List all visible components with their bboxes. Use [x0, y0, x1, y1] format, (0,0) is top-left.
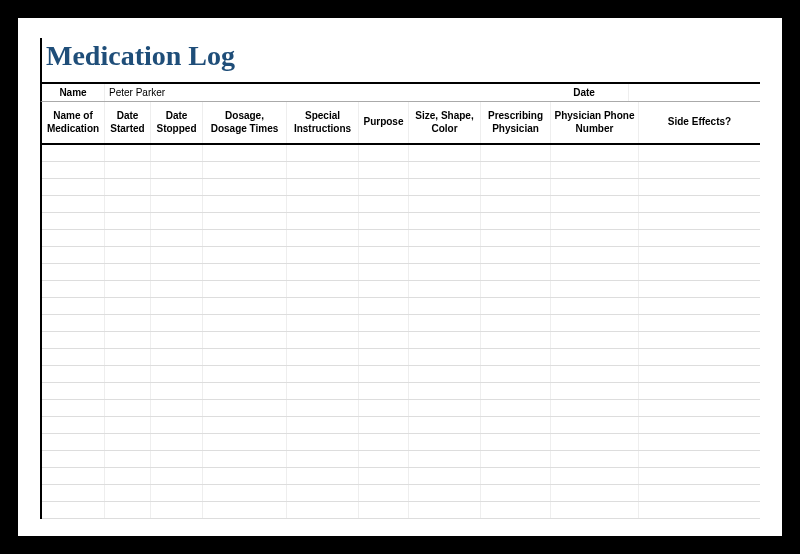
table-cell[interactable] [287, 230, 359, 246]
table-cell[interactable] [409, 349, 481, 365]
table-cell[interactable] [359, 264, 409, 280]
table-cell[interactable] [42, 502, 105, 518]
table-cell[interactable] [481, 400, 551, 416]
table-cell[interactable] [551, 230, 639, 246]
table-cell[interactable] [481, 213, 551, 229]
table-cell[interactable] [481, 366, 551, 382]
table-cell[interactable] [105, 264, 151, 280]
table-cell[interactable] [551, 366, 639, 382]
table-cell[interactable] [639, 468, 760, 484]
table-cell[interactable] [639, 434, 760, 450]
table-cell[interactable] [42, 451, 105, 467]
table-cell[interactable] [409, 332, 481, 348]
table-cell[interactable] [105, 298, 151, 314]
table-cell[interactable] [481, 179, 551, 195]
table-cell[interactable] [409, 468, 481, 484]
table-cell[interactable] [203, 383, 287, 399]
table-cell[interactable] [203, 417, 287, 433]
table-cell[interactable] [409, 230, 481, 246]
table-cell[interactable] [551, 213, 639, 229]
table-cell[interactable] [105, 179, 151, 195]
table-cell[interactable] [359, 298, 409, 314]
table-cell[interactable] [42, 247, 105, 263]
table-cell[interactable] [151, 213, 203, 229]
table-cell[interactable] [409, 298, 481, 314]
table-cell[interactable] [359, 247, 409, 263]
table-cell[interactable] [639, 196, 760, 212]
table-cell[interactable] [481, 468, 551, 484]
table-cell[interactable] [151, 485, 203, 501]
table-cell[interactable] [42, 434, 105, 450]
table-cell[interactable] [409, 145, 481, 161]
table-cell[interactable] [287, 247, 359, 263]
table-cell[interactable] [551, 417, 639, 433]
table-cell[interactable] [639, 298, 760, 314]
table-cell[interactable] [359, 196, 409, 212]
table-cell[interactable] [151, 366, 203, 382]
table-cell[interactable] [203, 485, 287, 501]
table-cell[interactable] [287, 502, 359, 518]
table-cell[interactable] [151, 230, 203, 246]
table-cell[interactable] [359, 145, 409, 161]
table-cell[interactable] [42, 383, 105, 399]
table-cell[interactable] [639, 366, 760, 382]
table-cell[interactable] [105, 230, 151, 246]
table-cell[interactable] [481, 315, 551, 331]
table-cell[interactable] [287, 468, 359, 484]
table-cell[interactable] [287, 281, 359, 297]
table-cell[interactable] [359, 383, 409, 399]
table-cell[interactable] [639, 400, 760, 416]
table-cell[interactable] [287, 315, 359, 331]
table-cell[interactable] [551, 281, 639, 297]
table-cell[interactable] [105, 247, 151, 263]
table-cell[interactable] [203, 145, 287, 161]
table-cell[interactable] [105, 485, 151, 501]
table-cell[interactable] [481, 298, 551, 314]
table-cell[interactable] [639, 213, 760, 229]
table-cell[interactable] [151, 468, 203, 484]
table-cell[interactable] [359, 281, 409, 297]
table-cell[interactable] [481, 485, 551, 501]
table-cell[interactable] [481, 332, 551, 348]
table-cell[interactable] [151, 400, 203, 416]
table-cell[interactable] [287, 434, 359, 450]
date-value[interactable] [629, 84, 761, 101]
table-cell[interactable] [203, 230, 287, 246]
table-cell[interactable] [287, 417, 359, 433]
table-cell[interactable] [551, 179, 639, 195]
table-cell[interactable] [551, 298, 639, 314]
table-cell[interactable] [359, 366, 409, 382]
table-cell[interactable] [639, 247, 760, 263]
table-cell[interactable] [359, 230, 409, 246]
table-cell[interactable] [639, 332, 760, 348]
table-cell[interactable] [409, 315, 481, 331]
table-cell[interactable] [151, 298, 203, 314]
table-cell[interactable] [287, 162, 359, 178]
table-cell[interactable] [287, 366, 359, 382]
table-cell[interactable] [409, 162, 481, 178]
table-cell[interactable] [105, 213, 151, 229]
table-cell[interactable] [639, 315, 760, 331]
table-cell[interactable] [151, 383, 203, 399]
table-cell[interactable] [203, 468, 287, 484]
table-cell[interactable] [105, 400, 151, 416]
table-cell[interactable] [639, 162, 760, 178]
table-cell[interactable] [551, 196, 639, 212]
table-cell[interactable] [42, 213, 105, 229]
table-cell[interactable] [42, 468, 105, 484]
table-cell[interactable] [287, 383, 359, 399]
table-cell[interactable] [359, 400, 409, 416]
table-cell[interactable] [105, 451, 151, 467]
table-cell[interactable] [151, 434, 203, 450]
table-cell[interactable] [151, 281, 203, 297]
table-cell[interactable] [105, 315, 151, 331]
table-cell[interactable] [359, 485, 409, 501]
table-cell[interactable] [203, 179, 287, 195]
table-cell[interactable] [42, 315, 105, 331]
table-cell[interactable] [42, 417, 105, 433]
table-cell[interactable] [639, 502, 760, 518]
table-cell[interactable] [359, 179, 409, 195]
table-cell[interactable] [42, 400, 105, 416]
table-cell[interactable] [105, 417, 151, 433]
table-cell[interactable] [203, 349, 287, 365]
